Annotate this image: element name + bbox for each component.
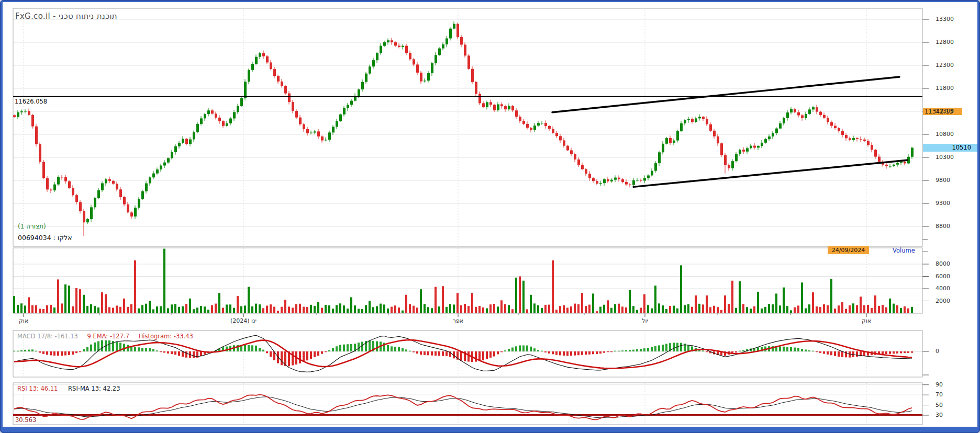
last-price-badge: 10510 [923, 144, 977, 152]
price-tick-label: 11300 [936, 108, 954, 115]
price-tick-label: 9800 [936, 177, 950, 184]
app-title: FxG.co.il - תוכנת ניתוח טכני [15, 12, 117, 21]
rsi-ma-label: RSI-MA 13: 42.23 [68, 385, 120, 392]
macd-tick-label: 0 [936, 348, 939, 355]
volume-tick-label: 8000 [936, 260, 950, 267]
rsi-floor-label: 30.563 [15, 416, 36, 424]
x-axis-month-label: אוק [19, 317, 28, 324]
cursor-date-badge: 24/09/2024 [828, 246, 869, 254]
x-axis-month-label: יול [642, 317, 648, 324]
rsi-header: RSI 13: 46.11 RSI-MA 13: 42.23 [17, 385, 120, 392]
macd-histogram-label: Histogram: -33.43 [139, 333, 193, 340]
price-tick-label: 12300 [936, 62, 954, 69]
volume-panel-label: Volume [893, 247, 915, 254]
macd-ema-label: 9 EMA: -127.7 [87, 333, 129, 340]
x-axis-month-label: אפר [453, 317, 463, 324]
price-tick-label: 8800 [936, 223, 950, 230]
macd-header: MACD 17/8: -161.13 9 EMA: -127.7 Histogr… [17, 333, 193, 340]
volume-tick-label: 4000 [936, 285, 950, 292]
rsi-tick-label: 90 [936, 381, 943, 388]
configuration-label: (תצורה 1) [18, 223, 46, 230]
price-tick-label: 13300 [936, 16, 954, 22]
rsi-tick-label: 70 [936, 391, 943, 398]
x-axis-month-label: ינו (2024) [230, 317, 257, 324]
rsi-value-label: RSI 13: 46.11 [17, 385, 58, 392]
instrument-name-label: 00694034 : אלקו [18, 234, 72, 242]
volume-tick-label: 6000 [936, 273, 950, 280]
price-tick-label: 10300 [936, 154, 954, 161]
price-tick-label: 12800 [936, 39, 954, 45]
price-tick-label: 11800 [936, 85, 954, 92]
x-axis-month-label: אוק [862, 317, 871, 324]
rsi-tick-label: 30 [936, 412, 943, 418]
volume-tick-label: 2000 [936, 298, 950, 304]
price-tick-label: 9300 [936, 200, 950, 207]
horizontal-level-label: 11626.058 [15, 98, 47, 105]
rsi-tick-label: 50 [936, 402, 943, 408]
price-tick-label: 10800 [936, 131, 954, 138]
chart-plot[interactable] [3, 2, 977, 427]
macd-value-label: MACD 17/8: -161.13 [17, 333, 78, 340]
chart-canvas[interactable]: FxG.co.il - תוכנת ניתוח טכני 11626.058 (… [3, 2, 977, 427]
app-window: FxG.co.il - תוכנת ניתוח טכני 11626.058 (… [0, 0, 980, 433]
